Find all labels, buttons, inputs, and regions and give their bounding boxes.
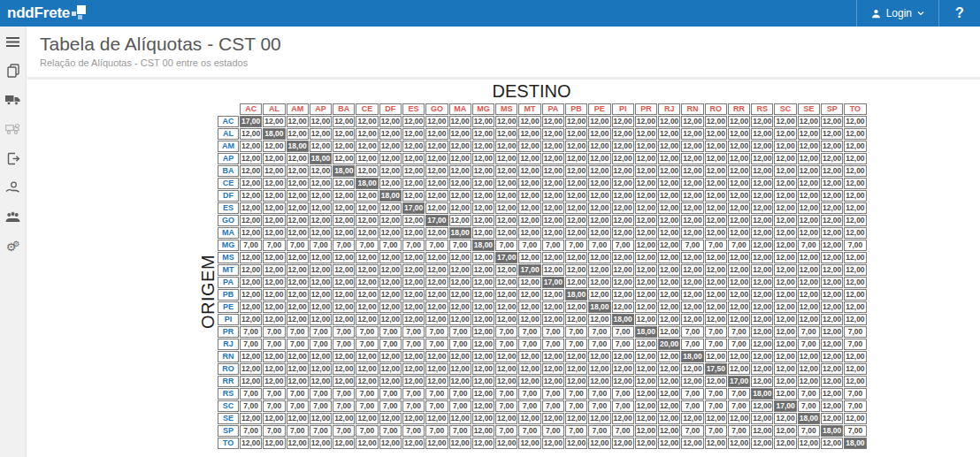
rate-cell-pi-es: 12,00	[402, 314, 425, 325]
rate-cell-rn-to: 12,00	[844, 351, 866, 362]
sidebar-item-truck[interactable]	[3, 92, 24, 108]
rate-cell-rn-sp: 12,00	[821, 351, 843, 362]
rate-cell-se-mg: 12,00	[472, 413, 494, 424]
truck-icon	[5, 94, 20, 106]
rate-cell-es-ap: 12,00	[310, 202, 332, 214]
sidebar-item-settings[interactable]: ⚙⚙	[3, 238, 24, 254]
rate-cell-ma-se: 12,00	[798, 227, 820, 239]
rate-cell-pe-mt: 12,00	[518, 301, 540, 313]
sidebar-item-truck-search[interactable]	[3, 121, 24, 137]
rate-cell-df-pa: 12,00	[542, 190, 564, 202]
rate-cell-pb-pr: 12,00	[635, 289, 657, 301]
rate-cell-mg-sp: 12,00	[821, 240, 843, 251]
rate-cell-go-rr: 12,00	[728, 215, 750, 226]
table-row-pe: PE12,0012,0012,0012,0012,0012,0012,0012,…	[218, 301, 867, 313]
rate-cell-am-ma: 12,00	[449, 141, 471, 152]
rate-cell-rj-am: 7,00	[287, 339, 309, 350]
rate-cell-ma-mg: 12,00	[472, 227, 494, 239]
rate-cell-rs-rs: 18,00	[751, 388, 773, 400]
origem-header-mg: MG	[218, 240, 239, 251]
rate-cell-ba-rn: 12,00	[681, 165, 703, 177]
rate-cell-se-mt: 12,00	[518, 413, 540, 424]
rate-cell-mg-mg: 18,00	[472, 240, 494, 251]
rate-cell-pe-pi: 12,00	[612, 301, 634, 313]
rate-cell-rn-df: 12,00	[379, 351, 402, 362]
menu-icon	[6, 37, 19, 47]
rate-cell-ba-ap: 12,00	[310, 165, 332, 177]
rate-cell-se-rs: 12,00	[751, 413, 773, 424]
rate-cell-rn-ap: 12,00	[310, 351, 332, 362]
rate-cell-ce-sp: 12,00	[821, 178, 843, 189]
rate-cell-sc-pb: 7,00	[565, 400, 587, 412]
rate-cell-to-pi: 12,00	[612, 438, 634, 449]
rate-cell-pi-mt: 12,00	[518, 314, 540, 325]
rate-cell-ce-mg: 12,00	[472, 178, 494, 189]
help-button[interactable]: ?	[939, 0, 980, 27]
rate-cell-al-pe: 12,00	[588, 128, 610, 140]
rate-cell-ac-ac: 17,00	[240, 116, 262, 127]
rate-cell-pi-pi: 18,00	[612, 314, 634, 325]
rate-cell-ro-rr: 12,00	[728, 363, 750, 375]
table-row-se: SE12,0012,0012,0012,0012,0012,0012,0012,…	[218, 413, 867, 424]
rate-cell-rs-go: 7,00	[425, 388, 448, 400]
rate-cell-pa-rn: 12,00	[681, 277, 703, 288]
table-row-ap: AP12,0012,0012,0018,0012,0012,0012,0012,…	[218, 153, 867, 164]
rate-cell-rs-rr: 7,00	[728, 388, 750, 400]
rate-cell-pi-ac: 12,00	[240, 314, 262, 325]
destino-header-ce: CE	[356, 103, 378, 115]
rate-cell-pb-rj: 12,00	[658, 289, 680, 301]
rate-cell-df-rj: 12,00	[658, 190, 680, 202]
rate-cell-ms-pa: 12,00	[542, 252, 564, 263]
sidebar-item-menu[interactable]	[3, 34, 24, 50]
rate-cell-go-se: 12,00	[798, 215, 820, 226]
rate-cell-pi-df: 12,00	[379, 314, 402, 325]
rate-cell-al-rr: 12,00	[728, 128, 750, 140]
origem-header-rs: RS	[218, 388, 239, 400]
brand-logo[interactable]: nddFrete	[0, 2, 86, 25]
rate-cell-ms-ms: 17,00	[495, 252, 517, 263]
rate-cell-mg-ma: 7,00	[449, 240, 471, 251]
rate-cell-ac-am: 12,00	[287, 116, 309, 127]
login-button[interactable]: Login	[856, 0, 939, 27]
table-row-ac: AC17,0012,0012,0012,0012,0012,0012,0012,…	[218, 116, 867, 127]
rate-cell-es-es: 17,00	[402, 202, 425, 214]
rate-cell-rs-sc: 12,00	[774, 388, 796, 400]
table-row-ce: CE12,0012,0012,0012,0012,0018,0012,0012,…	[218, 178, 867, 189]
rate-cell-pb-go: 12,00	[425, 289, 448, 301]
rate-cell-mt-es: 12,00	[402, 264, 425, 276]
rate-cell-ap-ba: 12,00	[333, 153, 355, 164]
rate-cell-ms-pi: 12,00	[612, 252, 634, 263]
rate-cell-al-rs: 12,00	[751, 128, 773, 140]
rate-cell-ro-rj: 12,00	[658, 363, 680, 375]
rate-cell-ce-pa: 12,00	[542, 178, 564, 189]
rate-cell-pe-go: 12,00	[425, 301, 448, 313]
rate-cell-pi-rj: 12,00	[658, 314, 680, 325]
corner-cell	[218, 103, 239, 115]
sidebar-item-users[interactable]	[3, 209, 24, 225]
rate-cell-df-sc: 12,00	[774, 190, 796, 202]
rate-cell-to-ac: 12,00	[240, 438, 262, 449]
rate-cell-mt-sc: 12,00	[774, 264, 796, 276]
rate-cell-ba-es: 12,00	[402, 165, 425, 177]
sidebar-item-documents[interactable]	[3, 63, 24, 79]
rate-cell-al-es: 12,00	[402, 128, 425, 140]
sidebar-item-payment[interactable]	[3, 179, 24, 195]
rate-cell-se-rj: 12,00	[658, 413, 680, 424]
rate-cell-rr-pi: 12,00	[612, 376, 634, 387]
rate-cell-rj-al: 7,00	[263, 339, 285, 350]
aliquota-matrix: DESTINO ORIGEM ACALAMAPBACEDFESGOMAMGMSM…	[217, 81, 846, 450]
rate-cell-al-pi: 12,00	[612, 128, 634, 140]
destino-header-rr: RR	[728, 103, 750, 115]
rate-cell-mt-df: 12,00	[379, 264, 402, 276]
rate-cell-rj-rs: 12,00	[751, 339, 773, 350]
rate-cell-rn-se: 12,00	[798, 351, 820, 362]
rate-cell-ap-pe: 12,00	[588, 153, 610, 164]
rate-cell-to-ms: 12,00	[495, 438, 517, 449]
sidebar-item-export[interactable]	[3, 150, 24, 166]
rate-cell-to-mg: 12,00	[472, 438, 494, 449]
rate-cell-rr-df: 12,00	[379, 376, 402, 387]
rate-cell-rs-ap: 7,00	[310, 388, 332, 400]
rate-cell-rj-mg: 12,00	[472, 339, 494, 350]
rate-cell-rs-al: 7,00	[263, 388, 285, 400]
rate-cell-pb-rr: 12,00	[728, 289, 750, 301]
